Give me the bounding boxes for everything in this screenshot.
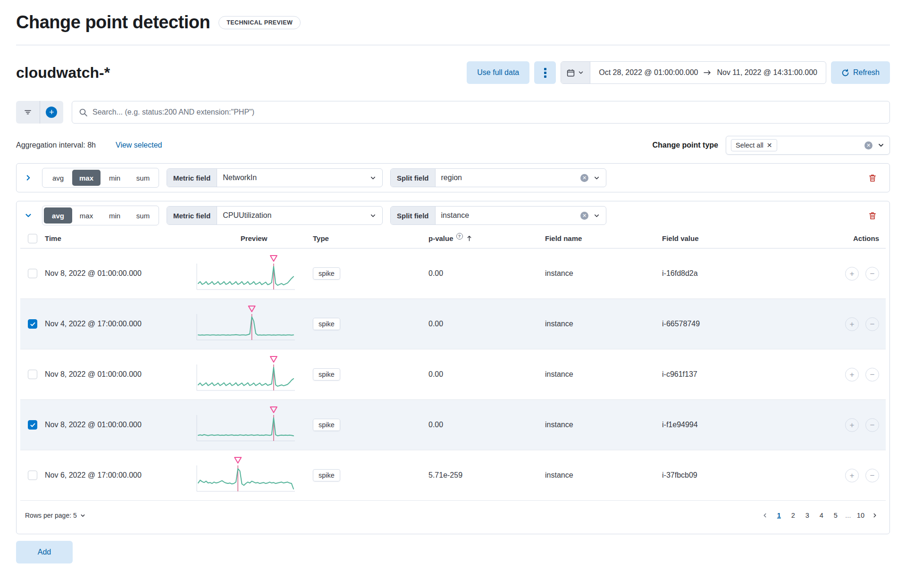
filter-options-button[interactable] (16, 101, 40, 124)
row-field-name: instance (545, 320, 662, 328)
previous-page-button[interactable] (759, 512, 771, 519)
rows-per-page-selector[interactable]: Rows per page: 5 (25, 512, 86, 519)
metric-field-select[interactable]: NetworkIn (217, 169, 382, 187)
filter-out-value-button[interactable]: − (865, 368, 879, 381)
change-point-type-badge: spike (313, 318, 340, 330)
change-point-sparkline (195, 385, 297, 393)
sampling-options-button[interactable] (534, 61, 556, 84)
agg-option-avg[interactable]: avg (44, 207, 72, 224)
agg-option-min[interactable]: min (101, 207, 129, 224)
filter-for-value-button[interactable]: + (845, 368, 859, 381)
agg-function-group: avgmaxminsum (42, 168, 159, 188)
selected-type-pill: Select all ✕ (731, 139, 777, 151)
remove-type-icon[interactable]: ✕ (767, 141, 772, 149)
expand-accordion-button[interactable] (22, 172, 34, 184)
refresh-button[interactable]: Refresh (831, 61, 890, 84)
change-point-type-badge: spike (313, 469, 340, 481)
delete-config-button[interactable] (866, 209, 879, 222)
add-filter-button[interactable]: + (40, 101, 64, 124)
clear-split-field-icon[interactable]: ✕ (580, 212, 588, 220)
sort-ascending-icon (466, 235, 473, 242)
metric-field-value: CPUUtilization (223, 211, 365, 220)
row-checkbox[interactable] (28, 319, 37, 329)
results-table-body: Nov 8, 2022 @ 01:00:00.000 spike 0.00 in… (20, 248, 886, 501)
date-range-start[interactable]: Oct 28, 2022 @ 01:00:00.000 (599, 68, 698, 77)
agg-option-sum[interactable]: sum (129, 170, 157, 186)
column-header-p-value[interactable]: p-value ? (428, 234, 545, 242)
row-time: Nov 8, 2022 @ 01:00:00.000 (45, 421, 195, 429)
filter-for-value-button[interactable]: + (845, 317, 859, 331)
quick-select-date-button[interactable] (561, 62, 590, 83)
page-number-list: 12345…10 (759, 509, 881, 522)
page-button-10[interactable]: 10 (855, 509, 867, 522)
aggregation-interval-label: Aggregation interval: 8h (16, 141, 96, 149)
row-checkbox[interactable] (28, 420, 37, 430)
row-field-value: i-37fbcb09 (662, 471, 813, 480)
filter-out-value-button[interactable]: − (865, 267, 879, 281)
filter-out-value-button[interactable]: − (865, 418, 879, 432)
metric-field-control: Metric field NetworkIn (167, 168, 383, 187)
page-button-1[interactable]: 1 (773, 509, 785, 522)
index-pattern-title: cloudwatch-* (16, 64, 110, 82)
metric-field-select[interactable]: CPUUtilization (217, 207, 382, 224)
add-config-button[interactable]: Add (16, 541, 73, 563)
arrow-right-icon (704, 69, 711, 76)
question-circle-icon[interactable]: ? (456, 233, 463, 240)
split-field-select[interactable]: instance ✕ (436, 207, 606, 224)
row-field-value: i-c961f137 (662, 370, 813, 379)
filter-out-value-button[interactable]: − (865, 469, 879, 482)
select-all-checkbox[interactable] (28, 234, 37, 243)
change-point-type-label: Change point type (652, 141, 718, 149)
clear-selection-icon[interactable]: ✕ (864, 141, 872, 149)
row-checkbox[interactable] (28, 370, 37, 379)
row-p-value: 5.71e-259 (428, 471, 545, 480)
split-field-control: Split field instance ✕ (390, 206, 606, 225)
agg-option-max[interactable]: max (72, 170, 101, 186)
page-button-5[interactable]: 5 (830, 509, 842, 522)
date-range-end[interactable]: Nov 11, 2022 @ 14:31:00.000 (717, 68, 817, 77)
row-time: Nov 6, 2022 @ 17:00:00.000 (45, 471, 195, 480)
split-field-control: Split field region ✕ (390, 168, 606, 187)
agg-option-min[interactable]: min (101, 170, 129, 186)
change-point-sparkline (195, 436, 297, 444)
change-point-sparkline (195, 486, 297, 494)
row-field-name: instance (545, 471, 662, 480)
view-selected-link[interactable]: View selected (116, 141, 162, 149)
row-checkbox[interactable] (28, 269, 37, 278)
agg-option-max[interactable]: max (72, 207, 101, 224)
next-page-button[interactable] (869, 512, 881, 519)
agg-option-sum[interactable]: sum (129, 207, 157, 224)
row-field-value: i-66578749 (662, 320, 813, 328)
chevron-left-icon (762, 512, 768, 519)
chevron-right-icon (872, 512, 878, 519)
column-header-field-name: Field name (545, 234, 662, 242)
page-ellipsis: … (844, 512, 853, 519)
use-full-data-button[interactable]: Use full data (467, 61, 529, 84)
collapse-accordion-button[interactable] (22, 209, 34, 222)
header-divider (16, 45, 890, 45)
filter-button-group: + (16, 101, 63, 124)
filter-for-value-button[interactable]: + (845, 267, 859, 281)
page-button-3[interactable]: 3 (801, 509, 814, 522)
chevron-down-icon[interactable] (877, 141, 885, 149)
change-point-type-badge: spike (313, 368, 340, 381)
table-row: Nov 4, 2022 @ 17:00:00.000 spike 0.00 in… (20, 299, 886, 349)
filter-out-value-button[interactable]: − (865, 317, 879, 331)
agg-option-avg[interactable]: avg (44, 170, 72, 186)
row-checkbox[interactable] (28, 471, 37, 480)
page-button-2[interactable]: 2 (787, 509, 799, 522)
agg-function-group: avgmaxminsum (42, 206, 159, 225)
change-point-type-combobox[interactable]: Select all ✕ ✕ (726, 136, 890, 155)
page-button-4[interactable]: 4 (815, 509, 828, 522)
row-p-value: 0.00 (428, 269, 545, 278)
row-p-value: 0.00 (428, 320, 545, 328)
row-p-value: 0.00 (428, 370, 545, 379)
chevron-down-icon (593, 174, 600, 182)
filter-for-value-button[interactable]: + (845, 469, 859, 482)
split-field-select[interactable]: region ✕ (436, 169, 606, 187)
search-input[interactable] (92, 108, 883, 116)
table-row: Nov 8, 2022 @ 01:00:00.000 spike 0.00 in… (20, 349, 886, 400)
clear-split-field-icon[interactable]: ✕ (580, 174, 588, 182)
filter-for-value-button[interactable]: + (845, 418, 859, 432)
delete-config-button[interactable] (866, 171, 879, 184)
